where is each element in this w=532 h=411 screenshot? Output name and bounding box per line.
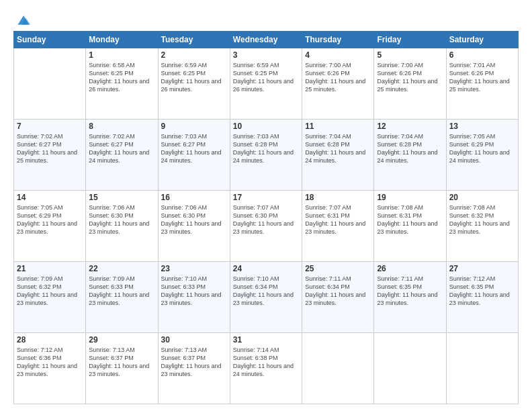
cell-info: Sunrise: 7:08 AMSunset: 6:31 PMDaylight:… (377, 203, 443, 236)
weekday-header: Monday (86, 32, 158, 48)
day-number: 25 (305, 264, 371, 273)
cell-info: Sunrise: 6:59 AMSunset: 6:25 PMDaylight:… (161, 61, 227, 94)
cell-info: Sunrise: 7:03 AMSunset: 6:28 PMDaylight:… (233, 132, 299, 165)
day-number: 18 (305, 193, 371, 202)
day-number: 2 (161, 50, 227, 60)
calendar-cell: 22Sunrise: 7:09 AMSunset: 6:33 PMDayligh… (86, 262, 158, 333)
day-number: 1 (89, 50, 154, 60)
day-number: 4 (305, 50, 371, 60)
logo-icon (15, 12, 32, 28)
day-number: 3 (233, 50, 299, 60)
cell-info: Sunrise: 6:58 AMSunset: 6:25 PMDaylight:… (89, 61, 154, 94)
cell-info: Sunrise: 7:13 AMSunset: 6:37 PMDaylight:… (89, 346, 154, 379)
cell-info: Sunrise: 7:06 AMSunset: 6:30 PMDaylight:… (161, 203, 227, 236)
cell-info: Sunrise: 6:59 AMSunset: 6:25 PMDaylight:… (233, 61, 299, 94)
calendar-cell: 15Sunrise: 7:06 AMSunset: 6:30 PMDayligh… (86, 191, 158, 262)
calendar-cell (374, 333, 446, 404)
cell-info: Sunrise: 7:07 AMSunset: 6:30 PMDaylight:… (233, 203, 299, 236)
day-number: 31 (233, 335, 299, 345)
calendar-cell: 26Sunrise: 7:11 AMSunset: 6:35 PMDayligh… (374, 262, 446, 333)
cell-info: Sunrise: 7:05 AMSunset: 6:29 PMDaylight:… (17, 203, 83, 236)
calendar-cell: 14Sunrise: 7:05 AMSunset: 6:29 PMDayligh… (14, 191, 86, 262)
logo (13, 12, 32, 26)
day-number: 17 (233, 193, 299, 202)
day-number: 27 (449, 264, 515, 273)
day-number: 10 (233, 122, 299, 131)
cell-info: Sunrise: 7:05 AMSunset: 6:29 PMDaylight:… (449, 132, 515, 165)
calendar-cell: 29Sunrise: 7:13 AMSunset: 6:37 PMDayligh… (86, 333, 158, 404)
calendar-cell: 3Sunrise: 6:59 AMSunset: 6:25 PMDaylight… (230, 48, 302, 120)
day-number: 19 (377, 193, 443, 202)
day-number: 14 (17, 193, 83, 202)
cell-info: Sunrise: 7:12 AMSunset: 6:36 PMDaylight:… (17, 346, 83, 379)
cell-info: Sunrise: 7:00 AMSunset: 6:26 PMDaylight:… (305, 61, 371, 94)
day-number: 29 (89, 335, 154, 345)
day-number: 7 (17, 122, 83, 131)
calendar-cell: 28Sunrise: 7:12 AMSunset: 6:36 PMDayligh… (14, 333, 86, 404)
calendar-cell: 6Sunrise: 7:01 AMSunset: 6:26 PMDaylight… (446, 48, 518, 120)
day-number: 23 (161, 264, 227, 273)
cell-info: Sunrise: 7:11 AMSunset: 6:34 PMDaylight:… (305, 275, 371, 308)
calendar-cell: 31Sunrise: 7:14 AMSunset: 6:38 PMDayligh… (230, 333, 302, 404)
calendar-cell: 12Sunrise: 7:04 AMSunset: 6:28 PMDayligh… (374, 120, 446, 191)
calendar-header-row: SundayMondayTuesdayWednesdayThursdayFrid… (14, 32, 519, 48)
day-number: 20 (449, 193, 515, 202)
calendar-cell (14, 48, 86, 120)
day-number: 16 (161, 193, 227, 202)
weekday-header: Sunday (14, 32, 86, 48)
calendar-cell: 17Sunrise: 7:07 AMSunset: 6:30 PMDayligh… (230, 191, 302, 262)
cell-info: Sunrise: 7:03 AMSunset: 6:27 PMDaylight:… (161, 132, 227, 165)
calendar-cell: 25Sunrise: 7:11 AMSunset: 6:34 PMDayligh… (302, 262, 374, 333)
cell-info: Sunrise: 7:02 AMSunset: 6:27 PMDaylight:… (89, 132, 154, 165)
cell-info: Sunrise: 7:00 AMSunset: 6:26 PMDaylight:… (377, 61, 443, 94)
calendar-week-row: 21Sunrise: 7:09 AMSunset: 6:32 PMDayligh… (14, 262, 519, 333)
calendar-cell: 24Sunrise: 7:10 AMSunset: 6:34 PMDayligh… (230, 262, 302, 333)
day-number: 6 (449, 50, 515, 60)
weekday-header: Friday (374, 32, 446, 48)
day-number: 9 (161, 122, 227, 131)
calendar-cell: 16Sunrise: 7:06 AMSunset: 6:30 PMDayligh… (158, 191, 230, 262)
day-number: 12 (377, 122, 443, 131)
calendar-cell: 2Sunrise: 6:59 AMSunset: 6:25 PMDaylight… (158, 48, 230, 120)
cell-info: Sunrise: 7:04 AMSunset: 6:28 PMDaylight:… (305, 132, 371, 165)
cell-info: Sunrise: 7:08 AMSunset: 6:32 PMDaylight:… (449, 203, 515, 236)
cell-info: Sunrise: 7:01 AMSunset: 6:26 PMDaylight:… (449, 61, 515, 94)
cell-info: Sunrise: 7:06 AMSunset: 6:30 PMDaylight:… (89, 203, 154, 236)
calendar-cell: 4Sunrise: 7:00 AMSunset: 6:26 PMDaylight… (302, 48, 374, 120)
cell-info: Sunrise: 7:02 AMSunset: 6:27 PMDaylight:… (17, 132, 83, 165)
cell-info: Sunrise: 7:04 AMSunset: 6:28 PMDaylight:… (377, 132, 443, 165)
calendar-cell: 8Sunrise: 7:02 AMSunset: 6:27 PMDaylight… (86, 120, 158, 191)
calendar-cell: 27Sunrise: 7:12 AMSunset: 6:35 PMDayligh… (446, 262, 518, 333)
calendar-cell: 21Sunrise: 7:09 AMSunset: 6:32 PMDayligh… (14, 262, 86, 333)
cell-info: Sunrise: 7:07 AMSunset: 6:31 PMDaylight:… (305, 203, 371, 236)
weekday-header: Saturday (446, 32, 518, 48)
calendar-cell (446, 333, 518, 404)
cell-info: Sunrise: 7:11 AMSunset: 6:35 PMDaylight:… (377, 275, 443, 308)
day-number: 5 (377, 50, 443, 60)
day-number: 26 (377, 264, 443, 273)
calendar-cell: 1Sunrise: 6:58 AMSunset: 6:25 PMDaylight… (86, 48, 158, 120)
cell-info: Sunrise: 7:09 AMSunset: 6:32 PMDaylight:… (17, 275, 83, 308)
calendar-week-row: 14Sunrise: 7:05 AMSunset: 6:29 PMDayligh… (14, 191, 519, 262)
calendar-table: SundayMondayTuesdayWednesdayThursdayFrid… (13, 31, 519, 404)
day-number: 15 (89, 193, 154, 202)
calendar-cell: 19Sunrise: 7:08 AMSunset: 6:31 PMDayligh… (374, 191, 446, 262)
calendar-week-row: 1Sunrise: 6:58 AMSunset: 6:25 PMDaylight… (14, 48, 519, 120)
day-number: 21 (17, 264, 83, 273)
weekday-header: Tuesday (158, 32, 230, 48)
day-number: 24 (233, 264, 299, 273)
calendar-cell: 13Sunrise: 7:05 AMSunset: 6:29 PMDayligh… (446, 120, 518, 191)
cell-info: Sunrise: 7:13 AMSunset: 6:37 PMDaylight:… (161, 346, 227, 379)
cell-info: Sunrise: 7:12 AMSunset: 6:35 PMDaylight:… (449, 275, 515, 308)
day-number: 8 (89, 122, 154, 131)
header (13, 12, 519, 26)
day-number: 22 (89, 264, 154, 273)
weekday-header: Wednesday (230, 32, 302, 48)
calendar-cell: 20Sunrise: 7:08 AMSunset: 6:32 PMDayligh… (446, 191, 518, 262)
calendar-cell: 5Sunrise: 7:00 AMSunset: 6:26 PMDaylight… (374, 48, 446, 120)
calendar-cell (302, 333, 374, 404)
calendar-cell: 10Sunrise: 7:03 AMSunset: 6:28 PMDayligh… (230, 120, 302, 191)
day-number: 28 (17, 335, 83, 345)
day-number: 13 (449, 122, 515, 131)
page: SundayMondayTuesdayWednesdayThursdayFrid… (0, 0, 532, 411)
